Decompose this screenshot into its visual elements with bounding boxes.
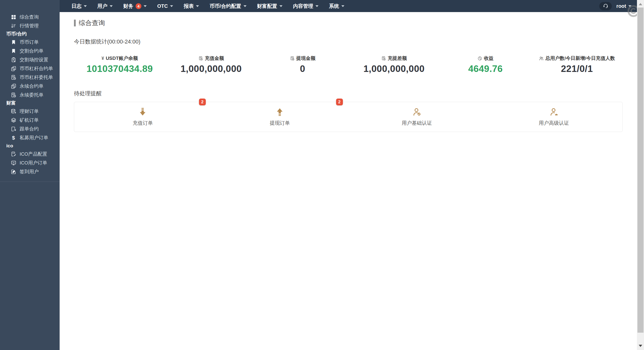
nav-item-label: 财务 bbox=[123, 3, 133, 10]
sidebar-item-label: 永续合约单 bbox=[20, 83, 44, 90]
clipboard-icon bbox=[11, 57, 16, 63]
sidebar-item-label: 币币杠杆合约单 bbox=[20, 65, 53, 72]
stat-card: 收益4649.76 bbox=[440, 55, 531, 74]
nav-item[interactable]: 系统 bbox=[324, 0, 350, 12]
vertical-scrollbar[interactable] bbox=[637, 0, 644, 350]
monitor-icon bbox=[11, 160, 16, 166]
user-check-icon bbox=[412, 107, 421, 116]
bookmark-icon bbox=[11, 48, 16, 54]
sidebar-item[interactable]: 矿机订单 bbox=[0, 116, 60, 124]
nav-item[interactable]: 币币/合约配置 bbox=[204, 0, 252, 12]
reminder-badge: 2 bbox=[199, 99, 206, 105]
sidebar-item[interactable]: 综合查询 bbox=[0, 13, 60, 21]
sidebar-item[interactable]: 交割合约单 bbox=[0, 47, 60, 55]
sidebar-item-label: 币币杠杆委托单 bbox=[20, 74, 53, 81]
copy-icon bbox=[11, 83, 16, 89]
support-button[interactable] bbox=[599, 2, 612, 10]
username: root bbox=[616, 3, 626, 9]
nav-item[interactable]: 财务4 bbox=[118, 0, 152, 12]
stat-label: 收益 bbox=[484, 55, 494, 62]
main-content: 综合查询 今日数据统计(00:00-24:00) ¥USDT账户余额101037… bbox=[60, 12, 644, 350]
stat-label: 总用户数/今日新增/今日充值人数 bbox=[545, 55, 615, 62]
title-accent-bar bbox=[74, 20, 76, 26]
sidebar-item-label: 综合查询 bbox=[20, 14, 39, 20]
nav-item[interactable]: OTC bbox=[152, 0, 178, 12]
upload-icon bbox=[275, 107, 284, 116]
download-icon bbox=[138, 107, 147, 116]
page-title: 综合查询 bbox=[79, 19, 105, 27]
sidebar-item-label: 交割合约单 bbox=[20, 48, 44, 54]
headset-icon bbox=[603, 3, 608, 9]
nav-item-badge: 4 bbox=[136, 3, 141, 9]
chevron-down-icon bbox=[341, 5, 344, 7]
nav-item[interactable]: 用户 bbox=[92, 0, 118, 12]
nav-item-label: 系统 bbox=[329, 3, 339, 10]
chevron-down-icon bbox=[315, 5, 318, 7]
bill-icon bbox=[198, 56, 203, 61]
stat-value: 1,000,000,000 bbox=[364, 64, 425, 74]
stat-value: 221/0/1 bbox=[561, 64, 593, 74]
user-crown-icon bbox=[549, 107, 558, 116]
chevron-down-icon bbox=[279, 5, 283, 7]
reminder-label: 用户高级认证 bbox=[539, 120, 569, 126]
stat-label: 充提差额 bbox=[388, 55, 407, 62]
sidebar-item-label: 理财订单 bbox=[20, 108, 39, 115]
nav-item[interactable]: 财富配置 bbox=[252, 0, 288, 12]
navbar-right: root bbox=[599, 0, 631, 12]
sidebar-item[interactable]: 跟单合约 bbox=[0, 124, 60, 133]
scroll-down-arrow[interactable] bbox=[639, 345, 642, 347]
sidebar-item[interactable]: 理财订单 bbox=[0, 107, 60, 116]
file-export-icon bbox=[11, 126, 16, 132]
chevron-down-icon bbox=[110, 5, 113, 7]
scrollbar-thumb[interactable] bbox=[637, 8, 643, 333]
chevron-down-icon bbox=[628, 5, 631, 7]
sidebar-item[interactable]: 币币杠杆合约单 bbox=[0, 64, 60, 73]
reminder-item[interactable]: 2充值订单 bbox=[74, 102, 211, 132]
file-clock-icon bbox=[11, 74, 16, 80]
bill-icon bbox=[290, 56, 295, 61]
stat-value: 1010370434.89 bbox=[87, 64, 153, 74]
user-menu[interactable]: root bbox=[616, 3, 631, 9]
nav-item[interactable]: 报表 bbox=[178, 0, 204, 12]
sidebar-item[interactable]: 永续委托单 bbox=[0, 91, 60, 99]
nav-item[interactable]: 内容管理 bbox=[288, 0, 324, 12]
stat-label-row: 总用户数/今日新增/今日充值人数 bbox=[539, 55, 615, 62]
users-icon bbox=[539, 56, 544, 61]
sidebar-item[interactable]: ICO产品配置 bbox=[0, 150, 60, 158]
file-clock-icon bbox=[11, 92, 16, 98]
sidebar-item[interactable]: 交割场控设置 bbox=[0, 55, 60, 64]
sidebar-item-label: 行情管理 bbox=[20, 23, 39, 29]
sidebar-item[interactable]: ICO用户订单 bbox=[0, 158, 60, 167]
sidebar-item[interactable]: 签到用户 bbox=[0, 167, 60, 176]
stats-row: ¥USDT账户余额1010370434.89充值金额1,000,000,000提… bbox=[74, 55, 623, 74]
sidebar-item-label: 私募用户订单 bbox=[20, 135, 48, 141]
chevron-down-icon bbox=[196, 5, 199, 7]
stat-label: 提现金额 bbox=[296, 55, 315, 62]
stat-card: 提现金额0 bbox=[257, 55, 348, 74]
sidebar-item[interactable]: 币币订单 bbox=[0, 38, 60, 47]
stat-label-row: 充提差额 bbox=[381, 55, 407, 62]
scroll-up-arrow[interactable] bbox=[639, 3, 642, 5]
dollar-icon: $ bbox=[11, 135, 16, 141]
reminder-item[interactable]: 2提现订单 bbox=[211, 102, 348, 132]
stat-card: 充提差额1,000,000,000 bbox=[348, 55, 440, 74]
stat-label-row: ¥USDT账户余额 bbox=[101, 55, 138, 62]
copy-icon bbox=[11, 66, 16, 71]
sidebar-item[interactable]: $私募用户订单 bbox=[0, 133, 60, 142]
sidebar-item[interactable]: 币币杠杆委托单 bbox=[0, 73, 60, 82]
bookmark-icon bbox=[11, 39, 16, 45]
nav-item[interactable]: 日志 bbox=[66, 0, 92, 12]
coins-icon bbox=[11, 108, 16, 114]
sidebar-item-label: ICO用户订单 bbox=[20, 160, 47, 166]
sidebar-item[interactable]: 行情管理 bbox=[0, 21, 60, 30]
reminder-item[interactable]: 用户基础认证 bbox=[348, 102, 486, 132]
stat-value: 4649.76 bbox=[468, 64, 503, 74]
reminder-item[interactable]: 用户高级认证 bbox=[485, 102, 622, 132]
file-edit-icon bbox=[11, 151, 16, 157]
sort-icon bbox=[11, 23, 16, 29]
bill-icon bbox=[381, 56, 386, 61]
sidebar-item[interactable]: 永续合约单 bbox=[0, 82, 60, 91]
sidebar-section-label: 币币/合约 bbox=[6, 31, 27, 37]
sidebar-section-label: ico bbox=[6, 143, 13, 149]
stat-label-row: 充值金额 bbox=[198, 55, 224, 62]
